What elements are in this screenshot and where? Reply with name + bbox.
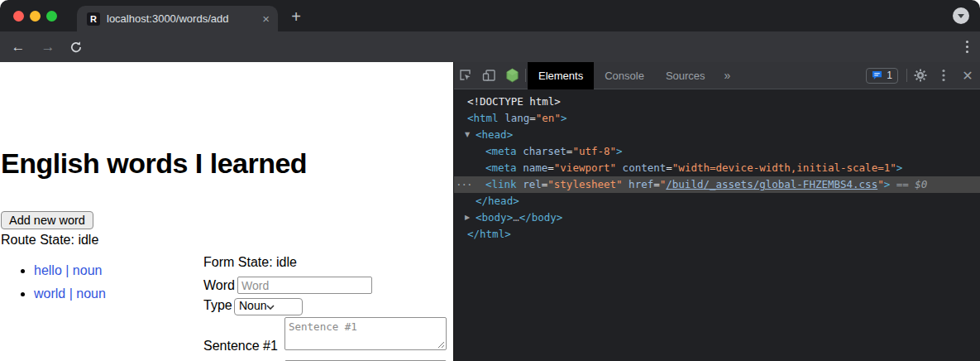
dom-tree-line[interactable]: </head>: [454, 193, 980, 209]
tab-elements[interactable]: Elements: [528, 62, 594, 89]
tab-sources[interactable]: Sources: [655, 62, 716, 89]
tab-title: localhost:3000/words/add: [107, 12, 257, 25]
reload-icon: [69, 41, 83, 54]
back-button[interactable]: ←: [7, 31, 30, 62]
sentence-textarea[interactable]: [284, 317, 447, 350]
tab-search-button[interactable]: [953, 7, 969, 24]
word-label: Word: [203, 278, 237, 293]
type-select-value: Noun: [239, 299, 266, 312]
devtools-settings-button[interactable]: [909, 62, 932, 89]
browser-menu-button[interactable]: [959, 31, 974, 62]
titlebar: R localhost:3000/words/add × +: [0, 0, 980, 31]
issues-icon: [872, 70, 882, 80]
add-new-word-button[interactable]: Add new word: [1, 211, 93, 229]
page-title: English words I learned: [1, 147, 307, 180]
dom-tree-line[interactable]: <meta charset="utf-8">: [454, 143, 980, 160]
divider: [906, 69, 907, 82]
page-content: English words I learned Add new word Rou…: [0, 62, 453, 361]
kebab-menu-icon: [942, 69, 945, 82]
node-icon: [505, 68, 519, 83]
more-tabs-button[interactable]: »: [716, 69, 739, 82]
route-state-text: Route State: idle: [1, 233, 98, 248]
dom-tree-line[interactable]: ···<link rel="stylesheet" href="/build/_…: [454, 176, 980, 193]
remix-favicon-icon: R: [87, 12, 100, 26]
issues-count: 1: [887, 70, 892, 81]
word-link-world[interactable]: world | noun: [34, 286, 106, 301]
chevron-down-icon: [266, 305, 275, 310]
line-gutter-dots[interactable]: ···: [456, 176, 472, 193]
divider: [525, 69, 526, 82]
device-toolbar-icon: [482, 69, 496, 82]
disclosure-arrow-icon[interactable]: ▶: [465, 209, 470, 226]
devtools-panel: Elements Console Sources » 1: [453, 62, 980, 361]
form-state-text: Form State: idle: [203, 255, 452, 271]
dom-tree: <!DOCTYPE html><html lang="en">▼<head><m…: [454, 89, 980, 243]
word-link-hello[interactable]: hello | noun: [34, 263, 102, 277]
inspect-icon: [459, 69, 472, 82]
fullscreen-window-button[interactable]: [46, 11, 57, 22]
word-list: hello | noun world | noun: [0, 263, 106, 310]
tab-console[interactable]: Console: [594, 62, 655, 89]
inspect-element-button[interactable]: [454, 62, 477, 89]
browser-tab[interactable]: R localhost:3000/words/add ×: [77, 6, 278, 31]
issues-counter[interactable]: 1: [866, 68, 898, 84]
add-word-form: Form State: idle Word TypeNoun Sentence …: [203, 255, 452, 361]
dom-tree-line[interactable]: <!DOCTYPE html>: [454, 94, 980, 110]
list-item: world | noun: [34, 286, 106, 301]
browser-window: R localhost:3000/words/add × + ← → local…: [0, 0, 980, 361]
forward-button[interactable]: →: [36, 31, 60, 62]
sentence-label: Sentence #1: [203, 339, 284, 354]
devtools-close-button[interactable]: ✕: [955, 68, 980, 84]
resize-handle-icon[interactable]: [437, 341, 445, 349]
node-button[interactable]: [500, 62, 523, 89]
dom-tree-line[interactable]: ▶<body>…</body>: [454, 209, 980, 226]
type-select[interactable]: Noun: [234, 298, 303, 315]
new-tab-button[interactable]: +: [286, 7, 306, 26]
gear-icon: [914, 69, 927, 82]
tab-close-icon[interactable]: ×: [262, 12, 270, 26]
dom-tree-line[interactable]: ▼<head>: [454, 127, 980, 143]
list-item: hello | noun: [34, 263, 106, 278]
word-input[interactable]: [237, 277, 372, 294]
device-toolbar-button[interactable]: [477, 62, 500, 89]
dom-tree-line[interactable]: <meta name="viewport" content="width=dev…: [454, 160, 980, 176]
close-window-button[interactable]: [13, 11, 24, 22]
browser-toolbar: ← → localhost:3000/words/add: [0, 31, 980, 62]
chevron-down-icon: [958, 14, 964, 18]
dom-tree-line[interactable]: </html>: [454, 226, 980, 243]
type-label: Type: [203, 298, 234, 313]
minimize-window-button[interactable]: [30, 11, 41, 22]
devtools-menu-button[interactable]: [932, 62, 955, 89]
devtools-toolbar: Elements Console Sources » 1: [454, 62, 980, 89]
reload-button[interactable]: [65, 31, 88, 62]
disclosure-arrow-icon[interactable]: ▼: [465, 127, 470, 143]
dom-tree-line[interactable]: <html lang="en">: [454, 110, 980, 127]
